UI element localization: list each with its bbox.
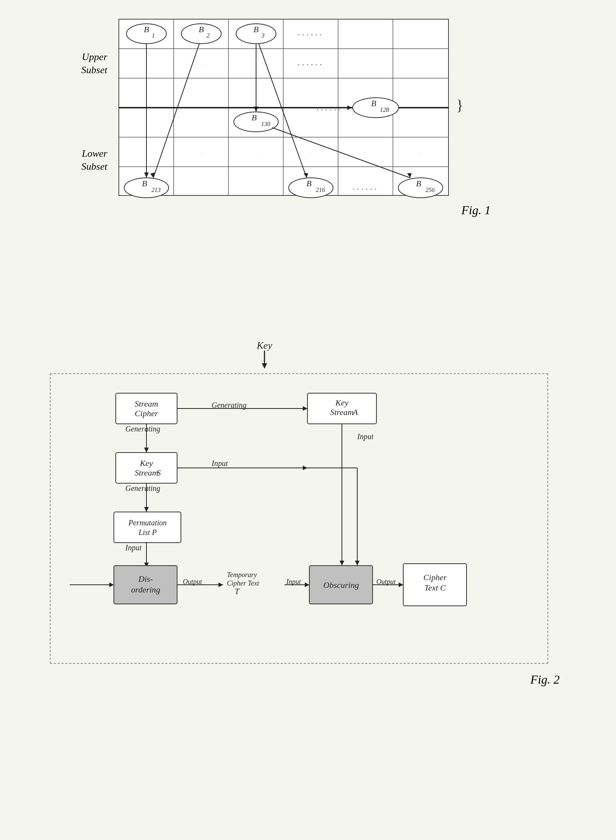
- svg-marker-98: [109, 582, 114, 587]
- svg-text:1: 1: [152, 32, 155, 39]
- lower-subset-label: LowerSubset: [69, 112, 111, 208]
- svg-text:S: S: [157, 468, 161, 477]
- svg-text:130: 130: [261, 121, 270, 127]
- svg-text:Text C: Text C: [424, 583, 446, 592]
- svg-text:Stream: Stream: [330, 407, 354, 417]
- svg-text:B: B: [144, 25, 149, 34]
- svg-text:......: ......: [353, 182, 379, 192]
- svg-text:Permutation: Permutation: [128, 518, 167, 527]
- svg-text:3: 3: [261, 32, 264, 39]
- figure2: Key Stream Cipher Generating Key Stream …: [38, 337, 575, 664]
- svg-text:128: 128: [380, 107, 389, 113]
- svg-text:Cipher: Cipher: [135, 409, 158, 418]
- svg-text:213: 213: [151, 187, 161, 193]
- svg-text:......: ......: [317, 103, 343, 112]
- svg-marker-115: [340, 561, 344, 566]
- svg-text:B: B: [142, 179, 147, 188]
- svg-text:Key: Key: [335, 398, 348, 407]
- svg-marker-118: [355, 561, 360, 566]
- figure2-svg: Stream Cipher Generating Key Stream A Ge…: [70, 389, 537, 638]
- svg-text:Generating: Generating: [125, 484, 160, 493]
- upper-subset-label: UpperSubset: [69, 15, 111, 112]
- svg-marker-121: [399, 582, 403, 587]
- svg-text:·: ·: [201, 62, 202, 66]
- svg-text:ordering: ordering: [131, 585, 160, 594]
- svg-text:Key: Key: [140, 458, 153, 468]
- svg-text:B: B: [253, 25, 258, 34]
- key-arrow-svg: Key: [149, 337, 379, 372]
- svg-text:Input: Input: [211, 459, 228, 468]
- svg-text:Temporary: Temporary: [227, 571, 257, 579]
- svg-text:·: ·: [201, 151, 202, 154]
- svg-marker-68: [303, 406, 307, 411]
- svg-text:......: ......: [298, 57, 324, 67]
- svg-text:·: ·: [420, 151, 421, 154]
- svg-text:List P: List P: [138, 528, 156, 536]
- svg-text:B: B: [251, 113, 256, 122]
- svg-text:B: B: [371, 98, 376, 108]
- side-labels: UpperSubset LowerSubset: [69, 15, 111, 208]
- figure2-label: Fig. 2: [531, 673, 560, 687]
- svg-text:......: ......: [298, 28, 324, 37]
- svg-text:·: ·: [256, 151, 256, 154]
- figure1-svg: B 1 B 2 B 3 ...... ...... B 128 B 130 ..…: [115, 15, 479, 207]
- svg-text:Input: Input: [357, 432, 374, 441]
- svg-text:B: B: [199, 25, 204, 34]
- svg-text:B: B: [416, 179, 421, 188]
- svg-marker-75: [144, 448, 149, 453]
- svg-text:Generating: Generating: [125, 425, 160, 433]
- svg-text:B: B: [306, 179, 311, 188]
- svg-text:·: ·: [365, 151, 366, 154]
- svg-marker-104: [218, 582, 223, 587]
- svg-text:Cipher: Cipher: [423, 573, 447, 582]
- svg-rect-86: [114, 512, 181, 543]
- svg-text:A: A: [352, 407, 358, 417]
- svg-text:Obscuring: Obscuring: [324, 580, 359, 590]
- svg-text:Dis-: Dis-: [138, 574, 153, 584]
- svg-text:216: 216: [316, 187, 325, 193]
- figure1: UpperSubset LowerSubset: [69, 15, 529, 208]
- svg-text:}: }: [456, 97, 463, 114]
- svg-text:Stream: Stream: [135, 468, 158, 477]
- svg-text:·: ·: [310, 151, 311, 154]
- svg-marker-110: [305, 582, 309, 587]
- svg-text:Cipher Text: Cipher Text: [227, 579, 260, 587]
- svg-text:T: T: [235, 586, 240, 596]
- svg-text:Input: Input: [125, 543, 142, 552]
- svg-marker-82: [303, 466, 307, 470]
- svg-text:2: 2: [207, 32, 210, 39]
- svg-text:256: 256: [425, 187, 435, 193]
- svg-marker-85: [144, 507, 149, 512]
- svg-text:Key: Key: [256, 340, 273, 351]
- svg-text:Stream: Stream: [135, 399, 158, 409]
- svg-marker-62: [262, 363, 267, 369]
